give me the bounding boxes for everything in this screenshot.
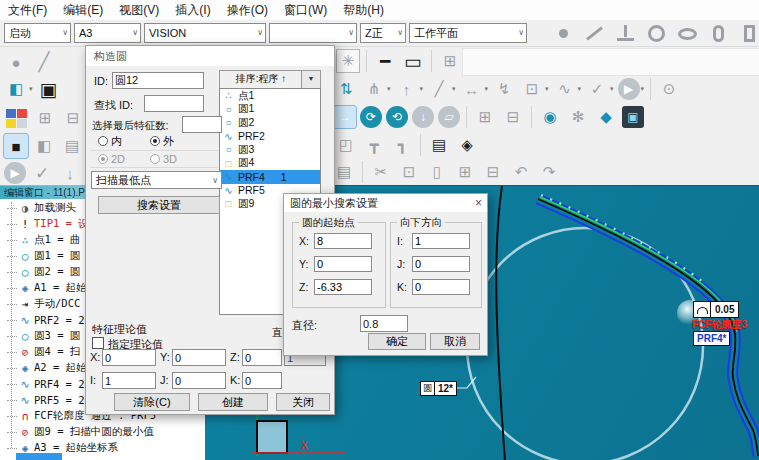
check-tool-icon[interactable]: ✓ bbox=[585, 77, 609, 101]
paint-roller-button[interactable]: ▱ bbox=[438, 106, 460, 128]
dropdown-arrow-icon[interactable]: ▾ bbox=[420, 85, 424, 93]
wire-cube-icon[interactable]: ▣ bbox=[37, 77, 61, 101]
coord-input[interactable] bbox=[412, 256, 470, 272]
prf-feature-label[interactable]: PRF4* bbox=[693, 331, 730, 346]
clamp-icon[interactable]: ┳ bbox=[362, 133, 386, 157]
find-id-input[interactable] bbox=[144, 95, 204, 112]
probe-down-button[interactable]: ↓ bbox=[412, 106, 434, 128]
alignment-combo[interactable]: A3∨ bbox=[74, 23, 141, 43]
cube-gear-icon[interactable]: ◆ bbox=[594, 105, 618, 129]
fcf-name-label[interactable]: FCF轮廓度3 bbox=[692, 318, 747, 332]
grid-gear-icon[interactable]: ⊞ bbox=[453, 160, 477, 184]
insert-down-icon[interactable]: ↓ bbox=[58, 161, 82, 185]
feature-list-item[interactable]: ∴点1 bbox=[220, 89, 320, 103]
curve-gear-icon[interactable]: ∿ bbox=[553, 77, 577, 101]
probe-axes-icon[interactable]: ⇅ bbox=[334, 77, 358, 101]
radio-inner[interactable]: 内 bbox=[98, 134, 122, 149]
cut-icon[interactable]: ✂ bbox=[369, 160, 393, 184]
rotate-button[interactable]: ⟳ bbox=[360, 106, 382, 128]
distance-icon[interactable]: ↔ bbox=[460, 77, 484, 101]
coord-input[interactable] bbox=[172, 372, 226, 389]
undo-icon[interactable]: ↶ bbox=[509, 160, 533, 184]
menu-item-6[interactable]: 帮助(H) bbox=[335, 0, 392, 20]
coord-input[interactable] bbox=[102, 349, 156, 366]
model-cube-icon[interactable]: ■ bbox=[4, 134, 28, 158]
last-feature-count-input[interactable] bbox=[182, 116, 222, 133]
circle12-label[interactable]: 圆 12* bbox=[420, 381, 457, 396]
list-view-icon[interactable]: ▤ bbox=[60, 134, 84, 158]
confirm-icon[interactable]: ✓ bbox=[30, 161, 54, 185]
close-button[interactable]: 关闭 bbox=[276, 393, 330, 411]
rotate-3d-button[interactable]: ⟲ bbox=[386, 106, 408, 128]
id-input[interactable] bbox=[112, 72, 204, 89]
cube-view-icon[interactable]: ▣ bbox=[622, 106, 644, 128]
draw-rect-icon[interactable]: ▭ bbox=[401, 49, 425, 73]
ok-button[interactable]: 确定 bbox=[368, 333, 426, 350]
dialog-title[interactable]: 构造圆 bbox=[86, 46, 334, 66]
run-program-icon[interactable]: ▶ bbox=[4, 162, 26, 184]
fcf-frame-label[interactable]: 0.05 bbox=[693, 301, 739, 318]
clamp-corner-icon[interactable]: ┓ bbox=[390, 133, 414, 157]
search-settings-button[interactable]: 搜索设置 bbox=[98, 196, 220, 214]
menu-item-3[interactable]: 插入(I) bbox=[167, 0, 218, 20]
sensor-tree-icon[interactable]: ⋔ bbox=[362, 77, 386, 101]
feature-list-item[interactable]: ∿PRF2 bbox=[220, 130, 320, 144]
draw-line-icon[interactable]: ━ bbox=[373, 49, 397, 73]
coord-input[interactable] bbox=[314, 256, 372, 272]
feature-list-item[interactable]: ○圆3 bbox=[220, 143, 320, 157]
window-cascade-icon[interactable]: ⊟ bbox=[61, 106, 85, 130]
coord-input[interactable] bbox=[102, 372, 156, 389]
view-bulb-icon[interactable]: ◉ bbox=[538, 105, 562, 129]
tip-combo[interactable]: ∨ bbox=[269, 23, 357, 43]
construct-method-select[interactable]: 扫描最低点 ∨ bbox=[91, 171, 222, 189]
coord-input[interactable] bbox=[412, 279, 470, 295]
sort-dropdown-button[interactable]: ▼ bbox=[301, 70, 321, 89]
camera-icon[interactable]: ⊙ bbox=[657, 77, 681, 101]
close-icon[interactable]: × bbox=[475, 194, 482, 212]
window-split-icon[interactable]: ⊞ bbox=[33, 106, 57, 130]
plane-shield-icon[interactable]: ▤ bbox=[427, 133, 451, 157]
pattern-button[interactable]: ✳ bbox=[336, 49, 360, 73]
menu-item-2[interactable]: 视图(V) bbox=[111, 0, 167, 20]
redo-icon[interactable]: ↷ bbox=[537, 160, 561, 184]
report-table-icon[interactable]: ▤ bbox=[332, 160, 356, 184]
paste-icon[interactable]: ▯ bbox=[425, 160, 449, 184]
dropdown-arrow-icon[interactable]: ▾ bbox=[29, 85, 33, 93]
ellipse-feature-icon[interactable] bbox=[675, 22, 700, 45]
transform-flash-icon[interactable]: ↯ bbox=[492, 77, 516, 101]
grid-calc-icon[interactable]: ⊟ bbox=[481, 160, 505, 184]
radio-2d[interactable]: 2D bbox=[98, 153, 125, 165]
workplane-combo[interactable]: 工作平面∨ bbox=[409, 23, 527, 43]
sort-header-button[interactable]: 排序:程序 ↑ bbox=[219, 70, 303, 89]
coord-input[interactable] bbox=[172, 349, 226, 366]
dropdown-arrow-icon[interactable]: ▾ bbox=[387, 85, 391, 93]
point-tool-icon[interactable]: ● bbox=[4, 50, 28, 74]
line-feature2-icon[interactable]: ╱ bbox=[427, 77, 451, 101]
coord-input[interactable] bbox=[242, 372, 282, 389]
view-solid-icon[interactable]: ◧ bbox=[4, 77, 28, 101]
radio-3d[interactable]: 3D bbox=[150, 153, 177, 165]
view-axis-combo[interactable]: Z正∨ bbox=[360, 23, 406, 43]
move-up-icon[interactable]: ↑ bbox=[395, 77, 419, 101]
clipboard-add-icon[interactable]: ⊞ bbox=[473, 105, 497, 129]
menu-item-0[interactable]: 文件(F) bbox=[0, 0, 55, 20]
tile-colors-icon[interactable] bbox=[5, 108, 28, 129]
circle-feature-icon[interactable] bbox=[644, 22, 669, 45]
square-slot-feature-icon[interactable] bbox=[737, 22, 759, 45]
duplicate-icon[interactable]: ⊡ bbox=[520, 77, 544, 101]
menu-item-1[interactable]: 编辑(E) bbox=[55, 0, 111, 20]
execute-icon[interactable]: ▶ bbox=[618, 78, 640, 100]
tree-item-partial-selected[interactable] bbox=[16, 453, 62, 460]
coord-input[interactable] bbox=[412, 233, 470, 249]
coord-input[interactable] bbox=[242, 349, 282, 366]
dropdown-arrow-icon[interactable]: ▾ bbox=[578, 85, 582, 93]
feature-list-item[interactable]: □圆4 bbox=[220, 157, 320, 171]
coord-input[interactable] bbox=[314, 279, 372, 295]
menu-item-5[interactable]: 窗口(W) bbox=[276, 0, 335, 20]
slot-feature-icon[interactable] bbox=[706, 22, 731, 45]
line-feature-icon[interactable] bbox=[582, 22, 607, 45]
dropdown-arrow-icon[interactable]: ▾ bbox=[452, 85, 456, 93]
dropdown-arrow-icon[interactable]: ▾ bbox=[641, 85, 645, 93]
feature-list-item[interactable]: ○圆2 bbox=[220, 116, 320, 130]
cube-shield-icon[interactable]: ◈ bbox=[455, 133, 479, 157]
